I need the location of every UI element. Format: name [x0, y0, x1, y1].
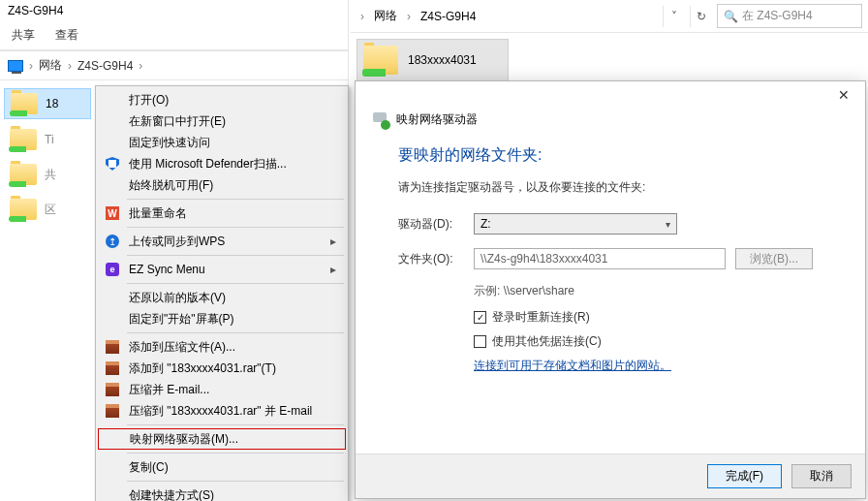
folder-list: 183xxxx4031: [351, 33, 868, 87]
finish-button[interactable]: 完成(F): [707, 464, 782, 488]
tab-view[interactable]: 查看: [55, 28, 78, 42]
folder-item[interactable]: Ti: [4, 125, 91, 154]
dialog-heading: 要映射的网络文件夹:: [398, 145, 842, 166]
chevron-right-icon: ›: [360, 10, 364, 23]
window-title: Z4S-G9H4: [0, 0, 348, 21]
folder-path-value: \\Z4s-g9h4\183xxxx4031: [480, 252, 607, 266]
ctx-upload-wps[interactable]: ↥上传或同步到WPS▸: [98, 231, 346, 252]
ribbon-tabs: 共享 查看: [0, 21, 348, 50]
separator: [127, 332, 344, 333]
dialog-description: 请为连接指定驱动器号，以及你要连接的文件夹:: [398, 179, 842, 196]
tab-share[interactable]: 共享: [12, 28, 35, 42]
ctx-add-archive-named[interactable]: 添加到 "183xxxx4031.rar"(T): [98, 358, 346, 379]
computer-icon: [8, 60, 23, 72]
archive-icon: [106, 404, 119, 418]
chevron-right-icon: ›: [29, 59, 33, 73]
ctx-compress-email[interactable]: 压缩并 E-mail...: [98, 379, 346, 400]
search-icon: 🔍: [724, 10, 738, 23]
example-text: 示例: \\server\share: [474, 283, 842, 299]
chevron-right-icon: ›: [68, 59, 72, 73]
shared-folder-icon: [363, 46, 398, 75]
breadcrumb-host[interactable]: Z4S-G9H4: [420, 10, 476, 23]
ctx-open[interactable]: 打开(O): [98, 89, 346, 110]
ctx-pin-start[interactable]: 固定到"开始"屏幕(P): [98, 308, 346, 329]
breadcrumb-network[interactable]: 网络: [374, 8, 397, 24]
ctx-batch-rename[interactable]: W批量重命名: [98, 203, 346, 224]
shield-icon: [106, 157, 119, 171]
reconnect-checkbox[interactable]: ✓ 登录时重新连接(R): [474, 309, 842, 326]
dialog-title: 映射网络驱动器: [396, 111, 478, 128]
refresh-button[interactable]: ↻: [690, 6, 711, 27]
folder-label: 18: [46, 97, 58, 110]
dialog-footer: 完成(F) 取消: [356, 454, 865, 498]
archive-icon: [106, 383, 119, 396]
browse-button[interactable]: 浏览(B)...: [735, 248, 813, 269]
chevron-right-icon: ›: [407, 10, 411, 23]
ctx-map-network-drive[interactable]: 映射网络驱动器(M)...: [98, 428, 346, 450]
folder-item[interactable]: 共: [4, 160, 91, 189]
ctx-add-archive[interactable]: 添加到压缩文件(A)...: [98, 336, 346, 358]
checkbox-label: 使用其他凭据连接(C): [492, 333, 602, 350]
archive-icon: [106, 361, 119, 375]
folder-label: 共: [45, 167, 56, 183]
map-network-drive-dialog: ✕ 映射网络驱动器 要映射的网络文件夹: 请为连接指定驱动器号，以及你要连接的文…: [355, 80, 866, 499]
folder-label: 区: [45, 202, 56, 218]
close-button[interactable]: ✕: [824, 82, 863, 108]
separator: [127, 227, 344, 228]
drive-label: 驱动器(D):: [398, 216, 474, 233]
search-input[interactable]: 🔍 在 Z4S-G9H4: [717, 4, 862, 28]
ctx-create-shortcut[interactable]: 创建快捷方式(S): [98, 485, 346, 501]
separator: [127, 481, 344, 482]
ctx-always-offline[interactable]: 始终脱机可用(F): [98, 174, 346, 196]
breadcrumb-network[interactable]: 网络: [39, 57, 62, 74]
shared-folder-icon: [10, 129, 37, 150]
cloud-icon: ↥: [106, 235, 119, 248]
dropdown-button[interactable]: ˅: [663, 6, 684, 27]
checkbox-checked-icon: ✓: [474, 311, 486, 324]
checkbox-unchecked-icon: [474, 335, 486, 348]
search-placeholder: 在 Z4S-G9H4: [742, 8, 813, 24]
folder-label: Ti: [45, 133, 54, 146]
breadcrumb-host[interactable]: Z4S-G9H4: [78, 59, 133, 73]
shared-folder-icon: [10, 164, 37, 185]
ctx-ez-sync[interactable]: eEZ Sync Menu▸: [98, 259, 346, 280]
other-credentials-checkbox[interactable]: 使用其他凭据连接(C): [474, 333, 842, 350]
dialog-titlebar: ✕: [356, 81, 865, 109]
cancel-button[interactable]: 取消: [791, 464, 852, 488]
address-bar[interactable]: › 网络 › Z4S-G9H4 ›: [0, 50, 348, 80]
folder-item[interactable]: 区: [4, 195, 91, 224]
folder-item-selected[interactable]: 183xxxx4031: [356, 39, 509, 81]
network-drive-icon: [371, 110, 388, 128]
folder-label: 文件夹(O):: [398, 251, 474, 267]
shared-folder-icon: [11, 93, 38, 114]
archive-icon: [106, 340, 119, 354]
checkbox-label: 登录时重新连接(R): [492, 309, 590, 326]
wps-icon: W: [106, 206, 119, 220]
folder-path-input[interactable]: \\Z4s-g9h4\183xxxx4031: [474, 248, 726, 269]
ctx-compress-named-email[interactable]: 压缩到 "183xxxx4031.rar" 并 E-mail: [98, 400, 346, 422]
chevron-down-icon: ▾: [666, 219, 670, 230]
ctx-copy[interactable]: 复制(C): [98, 456, 346, 478]
ezsync-icon: e: [106, 263, 119, 276]
address-bar: › 网络 › Z4S-G9H4 ˅ ↻ 🔍 在 Z4S-G9H4: [351, 0, 868, 33]
dialog-header: 映射网络驱动器: [356, 109, 865, 136]
separator: [127, 424, 344, 425]
chevron-right-icon: ▸: [330, 235, 336, 248]
folder-label: 183xxxx4031: [408, 53, 477, 67]
storage-website-link[interactable]: 连接到可用于存储文档和图片的网站。: [474, 358, 842, 374]
drive-select[interactable]: Z: ▾: [474, 213, 677, 235]
context-menu: 打开(O) 在新窗口中打开(E) 固定到快速访问 使用 Microsoft De…: [95, 85, 349, 501]
ctx-pin-quick-access[interactable]: 固定到快速访问: [98, 132, 346, 153]
ctx-open-new-window[interactable]: 在新窗口中打开(E): [98, 110, 346, 132]
separator: [127, 283, 344, 284]
folder-row: 文件夹(O): \\Z4s-g9h4\183xxxx4031 浏览(B)...: [398, 248, 842, 269]
chevron-right-icon: ›: [139, 59, 142, 73]
separator: [127, 255, 344, 256]
separator: [127, 453, 344, 454]
ctx-defender-scan[interactable]: 使用 Microsoft Defender扫描...: [98, 153, 346, 174]
drive-row: 驱动器(D): Z: ▾: [398, 213, 842, 235]
shared-folder-icon: [10, 199, 37, 220]
separator: [127, 199, 344, 200]
folder-item-selected[interactable]: 18: [4, 88, 91, 119]
ctx-restore-versions[interactable]: 还原以前的版本(V): [98, 287, 346, 308]
